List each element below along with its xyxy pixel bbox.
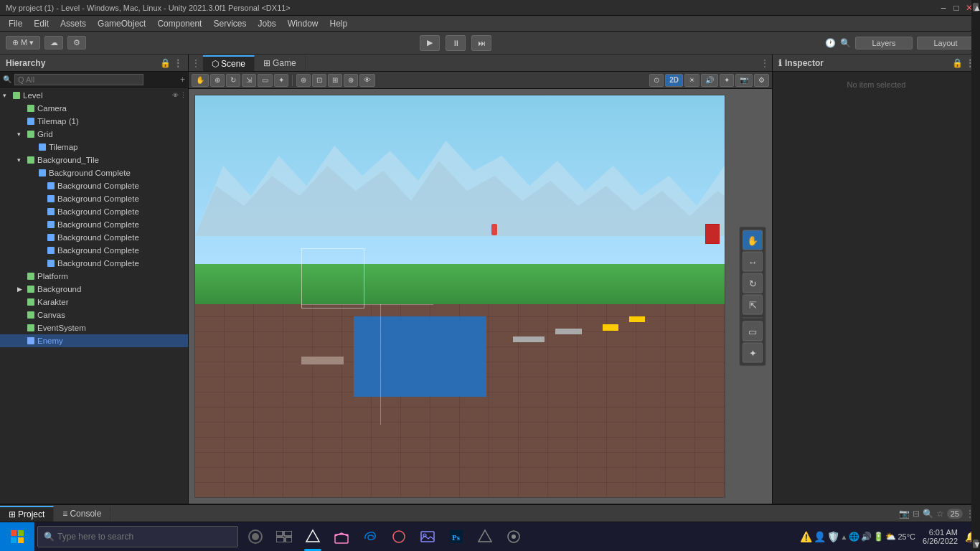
hierarchy-item-bgc5[interactable]: Background Complete bbox=[0, 218, 188, 231]
cam-btn[interactable]: 📷 bbox=[735, 74, 753, 87]
play-button[interactable]: ▶ bbox=[420, 35, 440, 51]
custom-tool-sidebar[interactable]: ✦ bbox=[743, 343, 763, 363]
network-icon[interactable]: 🌐 bbox=[849, 532, 859, 542]
taskbar-explorer[interactable] bbox=[327, 522, 356, 551]
eye-btn[interactable]: 👁 bbox=[359, 74, 375, 87]
hierarchy-item-grid[interactable]: ▾ Grid bbox=[0, 128, 188, 141]
more-icon[interactable]: ⋮ bbox=[180, 92, 187, 99]
rect-tool[interactable]: ▭ bbox=[258, 74, 273, 87]
hierarchy-item-bgc7[interactable]: Background Complete bbox=[0, 244, 188, 257]
hierarchy-item-platform[interactable]: Platform bbox=[0, 270, 188, 283]
hierarchy-item-eventsystem[interactable]: EventSystem bbox=[0, 321, 188, 334]
rotate-tool[interactable]: ↻ bbox=[226, 74, 240, 87]
minimize-button[interactable]: – bbox=[938, 3, 948, 13]
rect-tool-sidebar[interactable]: ▭ bbox=[743, 321, 763, 342]
menu-file[interactable]: File bbox=[3, 17, 28, 30]
hierarchy-item-enemy[interactable]: Enemy bbox=[0, 334, 188, 347]
hierarchy-item-bgc3[interactable]: Background Complete bbox=[0, 192, 188, 205]
hierarchy-item-background[interactable]: ▶ Background bbox=[0, 283, 188, 296]
menu-component[interactable]: Component bbox=[151, 17, 207, 30]
taskbar-edge[interactable] bbox=[356, 522, 385, 551]
tab-console[interactable]: ≡Console bbox=[54, 507, 110, 521]
cloud-button[interactable]: ☁ bbox=[44, 36, 63, 50]
expand-arrow[interactable]: ▲ bbox=[841, 533, 848, 541]
gizmos-btn[interactable]: ⚙ bbox=[754, 74, 769, 87]
menu-edit[interactable]: Edit bbox=[28, 17, 55, 30]
hierarchy-item-bgc4[interactable]: Background Complete bbox=[0, 205, 188, 218]
scene-viewport[interactable]: ✋ ↔ ↻ ⇱ ▭ ✦ bbox=[189, 89, 772, 504]
hierarchy-item-bgc8[interactable]: Background Complete bbox=[0, 257, 188, 270]
hierarchy-item-bgc1[interactable]: Background Complete bbox=[0, 166, 188, 179]
clock[interactable]: 6:01 AM 6/26/2022 bbox=[917, 528, 963, 545]
settings-button[interactable]: ⚙ bbox=[67, 36, 86, 50]
menu-help[interactable]: Help bbox=[324, 17, 354, 30]
taskbar-photoshop[interactable]: Ps bbox=[442, 522, 471, 551]
pause-button[interactable]: ⏸ bbox=[446, 35, 466, 51]
hierarchy-item-bgc6[interactable]: Background Complete bbox=[0, 231, 188, 244]
scroll-down[interactable]: ▼ bbox=[973, 540, 979, 548]
grid-btn[interactable]: ⊞ bbox=[328, 74, 342, 87]
eye-icon[interactable]: 👁 bbox=[172, 92, 179, 99]
tab-project[interactable]: ⊞Project bbox=[0, 506, 54, 522]
scene-more-icon[interactable]: ⋮ bbox=[758, 58, 772, 68]
taskbar-cortana[interactable] bbox=[241, 522, 270, 551]
tab-scene[interactable]: ⬡Scene bbox=[203, 55, 255, 71]
warning-icon[interactable]: ⚠️ bbox=[800, 531, 812, 542]
step-button[interactable]: ⏭ bbox=[471, 35, 491, 51]
scale-tool-sidebar[interactable]: ⇱ bbox=[743, 295, 763, 315]
tab-game[interactable]: ⊞Game bbox=[255, 56, 306, 70]
speaker-icon[interactable]: 🔊 bbox=[861, 532, 872, 542]
taskbar-unity[interactable] bbox=[298, 522, 327, 551]
menu-services[interactable]: Services bbox=[207, 17, 252, 30]
taskbar-firefox[interactable] bbox=[385, 522, 413, 551]
taskbar-search-bar[interactable]: 🔍 bbox=[37, 526, 238, 547]
menu-window[interactable]: Window bbox=[282, 17, 324, 30]
account-button[interactable]: ⊕ M ▾ bbox=[6, 36, 40, 50]
taskbar-search-input[interactable] bbox=[57, 532, 201, 542]
hierarchy-item-bgc2[interactable]: Background Complete bbox=[0, 179, 188, 192]
rotate-tool-sidebar[interactable]: ↻ bbox=[743, 273, 763, 293]
taskbar-app2[interactable] bbox=[499, 522, 528, 551]
multi-tool[interactable]: ✦ bbox=[274, 74, 288, 87]
menu-gameobject[interactable]: GameObject bbox=[92, 17, 151, 30]
snap-btn[interactable]: ⊕ bbox=[344, 74, 358, 87]
hierarchy-item-tilemap[interactable]: Tilemap bbox=[0, 141, 188, 154]
shield-icon[interactable]: 🛡️ bbox=[827, 531, 839, 542]
2d-btn[interactable]: 2D bbox=[665, 74, 683, 87]
hand-tool-sidebar[interactable]: ✋ bbox=[743, 230, 763, 250]
hierarchy-item-canvas[interactable]: Canvas bbox=[0, 309, 188, 321]
taskbar-taskview[interactable] bbox=[270, 522, 298, 551]
hierarchy-item-camera[interactable]: Camera bbox=[0, 102, 188, 115]
hand-tool[interactable]: ✋ bbox=[192, 74, 209, 87]
move-tool[interactable]: ⊕ bbox=[210, 74, 225, 87]
lock-icon[interactable]: 🔒 bbox=[160, 58, 171, 68]
taskbar-unity2[interactable] bbox=[471, 522, 499, 551]
lights-btn[interactable]: ☀ bbox=[684, 74, 699, 87]
more-icon[interactable]: ⋮ bbox=[174, 58, 182, 68]
taskbar-photos[interactable] bbox=[413, 522, 442, 551]
menu-assets[interactable]: Assets bbox=[55, 17, 92, 30]
pivot-btn[interactable]: ⊛ bbox=[296, 74, 311, 87]
search-icon[interactable]: 🔍 bbox=[840, 38, 851, 48]
hierarchy-item-level[interactable]: ▾ Level 👁 ⋮ bbox=[0, 89, 188, 102]
star-icon[interactable]: ☆ bbox=[936, 509, 944, 519]
hierarchy-item-karakter[interactable]: Karakter bbox=[0, 296, 188, 309]
hierarchy-item-backgroundtile[interactable]: ▾ Background_Tile bbox=[0, 154, 188, 166]
start-button[interactable] bbox=[0, 522, 34, 551]
screenshot-icon[interactable]: 📷 bbox=[899, 509, 910, 519]
move-tool-sidebar[interactable]: ↔ bbox=[743, 252, 763, 272]
persp-btn[interactable]: ⊙ bbox=[649, 74, 664, 87]
user-icon[interactable]: 👤 bbox=[814, 531, 826, 542]
layers-dropdown[interactable]: Layers bbox=[855, 37, 913, 50]
lock-icon[interactable]: 🔒 bbox=[952, 58, 963, 68]
battery-icon[interactable]: 🔋 bbox=[873, 532, 884, 542]
fx-btn[interactable]: ✦ bbox=[720, 74, 734, 87]
menu-jobs[interactable]: Jobs bbox=[252, 17, 281, 30]
add-icon[interactable]: + bbox=[180, 75, 185, 85]
scale-tool[interactable]: ⇲ bbox=[242, 74, 256, 87]
hierarchy-item-tilemap1[interactable]: Tilemap (1) bbox=[0, 115, 188, 128]
pivot2-btn[interactable]: ⊡ bbox=[312, 74, 326, 87]
audio-btn[interactable]: 🔊 bbox=[701, 74, 718, 87]
scrollbar[interactable]: ▲ ▼ bbox=[971, 522, 980, 551]
search-icon[interactable]: 🔍 bbox=[923, 509, 933, 519]
